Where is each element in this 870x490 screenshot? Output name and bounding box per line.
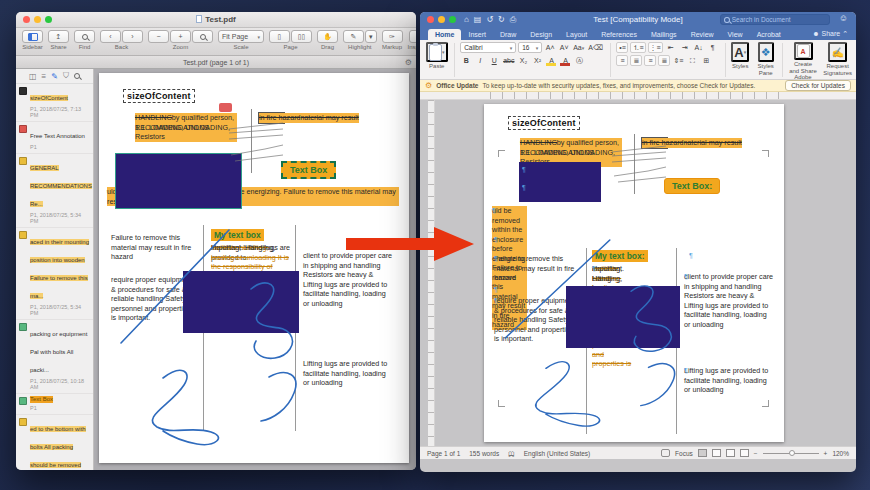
ribbon-tab[interactable]: Layout — [559, 29, 594, 40]
sidebar-toggle-button[interactable] — [22, 30, 43, 43]
align-right-button[interactable]: ≡ — [644, 55, 656, 66]
zoom-in-button[interactable]: + — [170, 30, 191, 43]
ribbon-tab[interactable]: View — [721, 29, 750, 40]
ribbon-tab[interactable]: Review — [684, 29, 721, 40]
bullets-button[interactable]: •≡ — [616, 42, 628, 53]
line-spacing-button[interactable]: ⇕≡ — [672, 55, 684, 66]
zoom-in-icon[interactable]: + — [824, 450, 828, 457]
sort-button[interactable]: A↓ — [693, 42, 705, 53]
redaction-box[interactable] — [566, 286, 680, 348]
font-color-button[interactable]: A — [559, 55, 571, 66]
show-formatting-button[interactable]: ¶ — [707, 42, 719, 53]
annotation-list-item[interactable]: sizeOfContent P1, 2018/07/25, 7:13 PM — [16, 84, 93, 122]
print-layout-view-icon[interactable] — [698, 449, 707, 457]
styles-button[interactable]: A▾ — [731, 42, 749, 62]
zoom-out-button[interactable]: − — [148, 30, 169, 43]
drag-button[interactable]: ✋ — [317, 30, 338, 43]
zoom-out-icon[interactable]: − — [754, 450, 758, 457]
justify-button[interactable]: ≣ — [658, 55, 670, 66]
annotation-list-item[interactable]: Free Text Annotation P1 — [16, 122, 93, 154]
change-case-button[interactable]: Aa▾ — [572, 42, 585, 53]
thumbnails-view-icon[interactable]: ◫ — [29, 72, 37, 81]
clear-formatting-button[interactable]: A⌫ — [587, 42, 604, 53]
annotation-list-item[interactable]: GENERAL RECOMMENDATIONS Re... P1, 2018/0… — [16, 154, 93, 228]
horizontal-ruler[interactable] — [420, 92, 856, 100]
word-count[interactable]: 155 words — [469, 450, 499, 457]
grow-font-button[interactable]: A˄ — [544, 42, 556, 53]
borders-button[interactable]: ⊞ — [700, 55, 712, 66]
bold-button[interactable]: B — [460, 55, 472, 66]
text-effects-button[interactable]: Ⓐ — [573, 55, 585, 66]
inspector-button[interactable]: ⓘ — [409, 30, 416, 43]
font-name-select[interactable]: Calibri▾ — [460, 42, 516, 53]
increase-indent-button[interactable]: ⇥ — [679, 42, 691, 53]
ribbon-tab[interactable]: Acrobat — [750, 29, 788, 40]
outline-view-icon[interactable] — [726, 449, 735, 457]
annotation-list-item[interactable]: Text Box P1 — [16, 394, 93, 415]
ribbon-tab[interactable]: Design — [523, 29, 559, 40]
text-box-annotation[interactable]: Text Box — [281, 161, 336, 179]
text-highlight-button[interactable]: A — [545, 55, 557, 66]
align-left-button[interactable]: ≡ — [616, 55, 628, 66]
focus-checkbox[interactable] — [661, 449, 670, 457]
multilevel-list-button[interactable]: ⋮≡ — [648, 42, 663, 53]
note-annotation-icon[interactable] — [219, 103, 232, 112]
check-updates-button[interactable]: Check for Updates — [785, 80, 851, 91]
two-page-button[interactable]: ▯▯ — [291, 30, 312, 43]
share-button[interactable]: ☻ Share ⌃ — [812, 30, 848, 38]
create-share-pdf-button[interactable]: A — [794, 42, 813, 60]
redaction-box[interactable] — [115, 153, 242, 209]
size-of-content-field[interactable]: sizeOfContent — [508, 116, 580, 130]
redaction-box[interactable] — [183, 271, 299, 333]
bookmark-icon[interactable]: ⛉ — [63, 71, 69, 81]
strikethrough-button[interactable]: abc — [502, 55, 515, 66]
feedback-smiley-icon[interactable]: ☺ — [839, 13, 848, 23]
text-box-annotation[interactable]: Text Box: — [664, 178, 720, 194]
web-layout-view-icon[interactable] — [712, 449, 721, 457]
annotation-list-item[interactable]: packing or equipment Pal with bolts All … — [16, 320, 93, 394]
back-button[interactable]: ‹ — [100, 30, 121, 43]
ribbon-tab[interactable]: References — [594, 29, 644, 40]
shrink-font-button[interactable]: A˅ — [558, 42, 570, 53]
size-of-content-field[interactable]: sizeOfContent — [123, 89, 195, 103]
zoom-fit-button[interactable] — [192, 30, 213, 43]
styles-pane-button[interactable]: ❖ — [758, 42, 774, 62]
shading-button[interactable]: ⛶ — [686, 55, 698, 66]
word-page[interactable]: sizeOfContent Section 1: GENERAL RECOMME… — [484, 104, 784, 442]
font-size-select[interactable]: 16▾ — [518, 42, 542, 53]
decrease-indent-button[interactable]: ⇤ — [665, 42, 677, 53]
underline-button[interactable]: U — [488, 55, 500, 66]
my-text-box-annotation[interactable]: My text box — [211, 229, 264, 241]
paste-button[interactable]: ▾ — [426, 42, 448, 62]
page-count[interactable]: Page 1 of 1 — [427, 450, 460, 457]
forward-button[interactable]: › — [122, 30, 143, 43]
sidebar-search-icon[interactable] — [74, 73, 80, 79]
scale-select[interactable]: Fit Page▾ — [218, 30, 264, 43]
ribbon-tab[interactable]: Mailings — [644, 29, 684, 40]
search-input[interactable] — [732, 16, 826, 23]
list-view-icon[interactable]: ≡ — [42, 72, 47, 81]
language-indicator[interactable]: English (United States) — [524, 450, 590, 457]
markup-button[interactable]: ✑ — [382, 30, 403, 43]
highlight-menu-button[interactable]: ▾ — [365, 30, 377, 43]
subscript-button[interactable]: X₂ — [517, 55, 529, 66]
markup-view-icon[interactable]: ✎ — [51, 72, 58, 81]
numbering-button[interactable]: ⒈≡ — [630, 42, 645, 53]
search-box[interactable] — [720, 14, 830, 25]
ribbon-tab[interactable]: Insert — [461, 29, 493, 40]
share-button[interactable]: ↥ — [48, 30, 69, 43]
proofing-icon[interactable]: 🕮 — [508, 450, 515, 457]
redaction-box[interactable] — [519, 162, 601, 202]
align-center-button[interactable]: ≣ — [630, 55, 642, 66]
single-page-button[interactable]: ▯ — [269, 30, 290, 43]
annotation-list-item[interactable]: aced in their mounting position into woo… — [16, 228, 93, 320]
ribbon-tab[interactable]: Draw — [493, 29, 523, 40]
request-signatures-button[interactable]: ✍ — [828, 42, 846, 62]
italic-button[interactable]: I — [474, 55, 486, 66]
highlight-button[interactable]: ✎ — [343, 30, 364, 43]
zoom-slider[interactable] — [763, 453, 819, 454]
annotation-list-item[interactable]: ed to the bottom with bolts All packing … — [16, 415, 93, 470]
vertical-ruler[interactable] — [428, 100, 435, 446]
find-button[interactable] — [74, 30, 95, 43]
ribbon-tab[interactable]: Home — [428, 29, 461, 40]
